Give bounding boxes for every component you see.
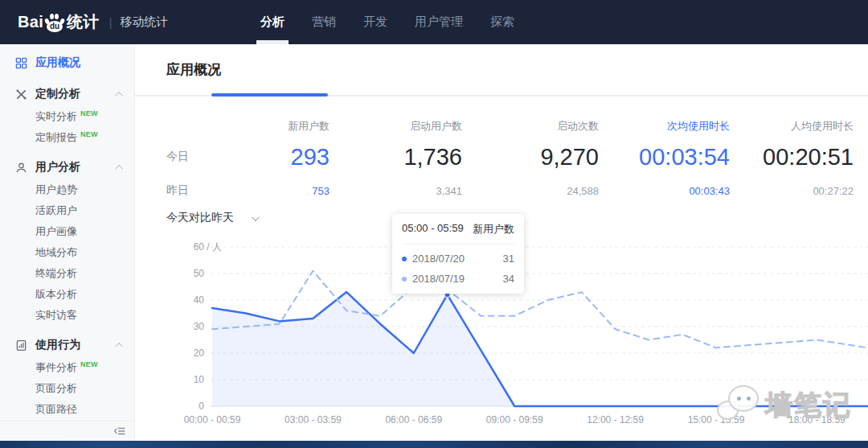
- sidebar-subitem-label: 页面路径: [35, 402, 77, 417]
- topnav: 分析营销开发用户管理探索: [259, 0, 516, 44]
- grid-icon: [14, 56, 27, 69]
- stats-header-cell: 人均使用时长: [730, 119, 854, 134]
- sidebar-subitem-label: 终端分析: [35, 266, 77, 281]
- topnav-item[interactable]: 营销: [310, 0, 338, 44]
- sidebar-subitem-label: 版本分析: [35, 287, 77, 302]
- logo-divider: |: [109, 16, 113, 29]
- sidebar-subitem-label: 活跃用户: [35, 203, 77, 218]
- sidebar-section[interactable]: 定制分析: [0, 82, 134, 106]
- sidebar-section-label: 使用行为: [35, 338, 80, 352]
- baidu-tongji-logo[interactable]: Bai du 统计 | 移动统计: [18, 11, 168, 33]
- stats-header-cell: 启动用户数: [330, 119, 462, 134]
- sidebar-footer: [0, 421, 134, 441]
- svg-text:09:00 - 09:59: 09:00 - 09:59: [486, 414, 543, 425]
- new-badge: NEW: [80, 360, 98, 368]
- logo-suffix-text: 统计: [67, 11, 100, 33]
- sidebar-section-label: 应用概况: [35, 55, 80, 70]
- sidebar-section[interactable]: 用户分析: [0, 155, 134, 179]
- content-area: 应用概况 新用户数启动用户数启动次数次均使用时长人均使用时长今日2931,736…: [135, 44, 868, 441]
- series-dot-icon: [402, 277, 407, 282]
- tooltip-rows: 2018/07/20312018/07/1934: [402, 253, 514, 285]
- stats-row-label-yesterday: 昨日: [166, 183, 199, 198]
- new-badge: NEW: [80, 130, 98, 138]
- sidebar-subitem-label: 实时分析: [35, 109, 77, 124]
- sidebar-subitem-label: 地域分布: [35, 245, 77, 260]
- sidebar-subitem-label: 用户趋势: [35, 183, 77, 197]
- tooltip-value: 31: [503, 253, 514, 265]
- svg-text:50: 50: [194, 268, 205, 279]
- svg-text:18:00 - 18:59: 18:00 - 18:59: [788, 414, 845, 425]
- sidebar-section-label: 定制分析: [35, 87, 80, 101]
- sidebar-subitem[interactable]: 定制报告NEW: [0, 127, 134, 148]
- svg-text:06:00 - 06:59: 06:00 - 06:59: [385, 414, 442, 425]
- tooltip-row: 2018/07/2031: [402, 253, 514, 265]
- stats-value-yesterday: 3,341: [330, 185, 462, 197]
- tools-icon: [14, 88, 27, 101]
- svg-text:20: 20: [194, 347, 205, 359]
- tooltip-value: 34: [503, 273, 514, 285]
- collapse-sidebar-button[interactable]: [113, 425, 126, 438]
- topnav-item[interactable]: 开发: [362, 0, 389, 44]
- sidebar-subitem[interactable]: 页面路径: [0, 399, 134, 420]
- chevron-up-icon: [115, 91, 123, 99]
- stats-value-yesterday: 00:03:43: [599, 185, 730, 197]
- svg-text:30: 30: [194, 321, 205, 332]
- stats-header-cell: 新用户数: [199, 119, 330, 134]
- scroll-thumb[interactable]: [211, 93, 328, 97]
- series-dot-icon: [402, 257, 407, 261]
- topnav-item[interactable]: 分析: [259, 0, 286, 44]
- svg-text:60 / 人: 60 / 人: [194, 241, 222, 253]
- stats-table: 新用户数启动用户数启动次数次均使用时长人均使用时长今日2931,7369,270…: [166, 117, 854, 203]
- sidebar-subitem[interactable]: 用户趋势: [0, 179, 134, 200]
- tooltip-time-range: 05:00 - 05:59: [402, 222, 464, 236]
- stats-value-today: 1,736: [330, 144, 462, 171]
- sidebar-subitem[interactable]: 地域分布: [0, 242, 134, 263]
- sidebar-subitem-label: 页面分析: [35, 381, 77, 396]
- sidebar-subitem[interactable]: 实时访客: [0, 305, 134, 326]
- bottom-taskbar-strip: [0, 441, 868, 448]
- chevron-up-icon: [115, 164, 123, 172]
- sidebar-subitem-label: 事件分析: [35, 360, 77, 375]
- page-title: 应用概况: [166, 60, 221, 79]
- stats-value-today: 9,270: [462, 144, 599, 171]
- top-navbar: Bai du 统计 | 移动统计 分析营销开发用户管理探索: [0, 0, 868, 44]
- svg-text:12:00 - 12:59: 12:00 - 12:59: [587, 414, 644, 425]
- user-icon: [14, 161, 27, 174]
- sidebar-section[interactable]: 应用概况: [0, 51, 134, 75]
- stats-header-cell: 次均使用时长: [599, 119, 730, 134]
- stats-value-today: 00:03:54: [599, 144, 730, 171]
- sidebar-subitem[interactable]: 版本分析: [0, 284, 134, 305]
- tooltip-metric: 新用户数: [473, 222, 514, 236]
- stats-value-yesterday: 24,588: [462, 185, 599, 197]
- sidebar-subitem[interactable]: 用户画像: [0, 221, 134, 242]
- logo-product-name: 移动统计: [120, 14, 168, 30]
- compare-select-label: 今天对比昨天: [166, 211, 234, 225]
- sidebar-nav: 应用概况定制分析实时分析NEW定制报告NEW用户分析用户趋势活跃用户用户画像地域…: [0, 44, 134, 421]
- new-badge: NEW: [80, 109, 98, 117]
- sidebar-subitem-label: 实时访客: [35, 308, 77, 323]
- sidebar: 应用概况定制分析实时分析NEW定制报告NEW用户分析用户趋势活跃用户用户画像地域…: [0, 44, 135, 441]
- chevron-up-icon: [115, 342, 123, 350]
- svg-text:00:00 - 00:59: 00:00 - 00:59: [184, 414, 241, 425]
- svg-text:10: 10: [194, 374, 205, 385]
- behavior-icon: [14, 339, 27, 351]
- sidebar-section[interactable]: 使用行为: [0, 333, 134, 357]
- compare-select[interactable]: 今天对比昨天: [166, 211, 257, 225]
- svg-text:0: 0: [199, 401, 204, 412]
- sidebar-subitem[interactable]: 事件分析NEW: [0, 357, 134, 378]
- sidebar-section-label: 用户分析: [35, 160, 80, 175]
- sidebar-subitem-label: 定制报告: [35, 130, 77, 145]
- tooltip-date: 2018/07/20: [412, 253, 503, 265]
- topnav-item[interactable]: 探索: [489, 0, 516, 44]
- stats-header-cell: 启动次数: [462, 119, 599, 134]
- stats-row-label-today: 今日: [166, 150, 199, 164]
- sidebar-subitem[interactable]: 实时分析NEW: [0, 106, 134, 127]
- topnav-item[interactable]: 用户管理: [413, 0, 465, 44]
- sidebar-subitem[interactable]: 终端分析: [0, 263, 134, 284]
- tooltip-row: 2018/07/1934: [402, 273, 514, 285]
- menu-fold-icon: [113, 425, 126, 438]
- svg-text:15:00 - 15:59: 15:00 - 15:59: [688, 414, 745, 425]
- sidebar-subitem[interactable]: 页面分析: [0, 378, 134, 399]
- stats-value-yesterday: 753: [199, 185, 330, 197]
- sidebar-subitem[interactable]: 活跃用户: [0, 200, 134, 221]
